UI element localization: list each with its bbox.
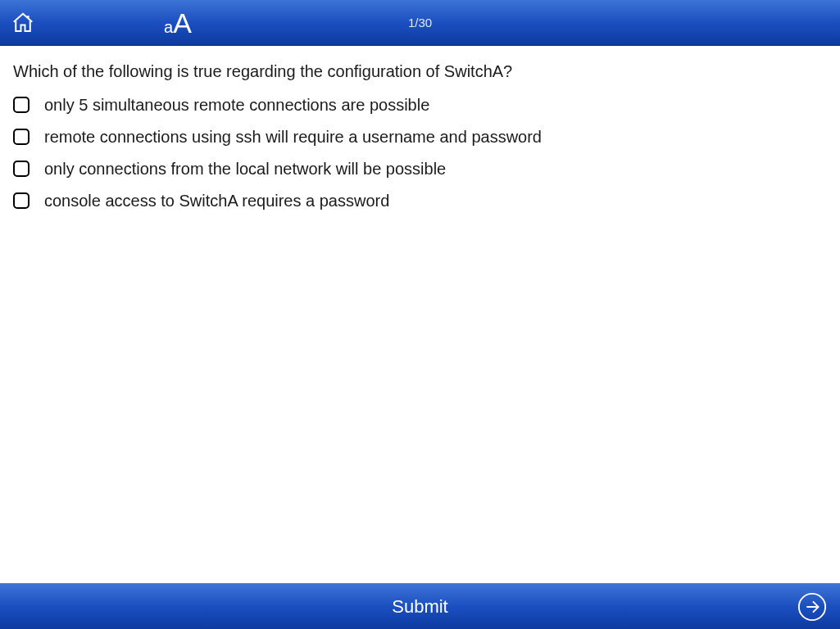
question-text: Which of the following is true regarding…	[13, 62, 827, 81]
option-text: only connections from the local network …	[44, 160, 446, 179]
option-text: only 5 simultaneous remote connections a…	[44, 96, 429, 115]
font-size-button[interactable]: aA	[164, 9, 192, 37]
arrow-right-circle-icon	[797, 591, 828, 622]
option-row[interactable]: only connections from the local network …	[13, 160, 827, 179]
top-bar: aA 1/30	[0, 0, 840, 46]
option-text: remote connections using ssh will requir…	[44, 128, 542, 147]
content-area: Which of the following is true regarding…	[0, 46, 840, 583]
progress-counter: 1/30	[408, 16, 432, 29]
font-big-a-icon: A	[173, 9, 192, 37]
checkbox-icon[interactable]	[13, 97, 30, 113]
option-row[interactable]: console access to SwitchA requires a pas…	[13, 192, 827, 210]
checkbox-icon[interactable]	[13, 129, 30, 145]
home-icon	[11, 11, 35, 35]
home-button[interactable]	[8, 8, 38, 38]
checkbox-icon[interactable]	[13, 161, 30, 177]
font-small-a-icon: a	[164, 19, 173, 35]
submit-button[interactable]: Submit	[392, 596, 447, 618]
option-row[interactable]: only 5 simultaneous remote connections a…	[13, 96, 827, 115]
next-button[interactable]	[796, 591, 829, 623]
bottom-bar: Submit	[0, 583, 840, 629]
checkbox-icon[interactable]	[13, 192, 30, 209]
option-row[interactable]: remote connections using ssh will requir…	[13, 128, 827, 147]
option-text: console access to SwitchA requires a pas…	[44, 192, 389, 210]
